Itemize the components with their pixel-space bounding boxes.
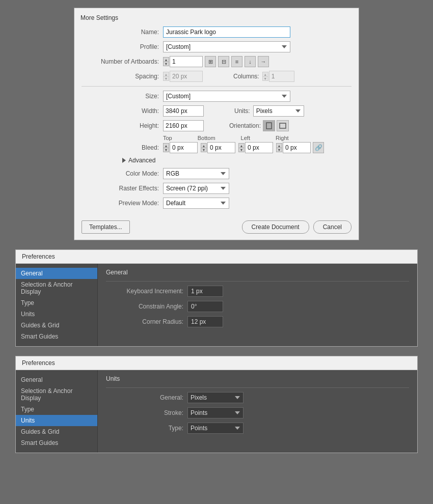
bleed-bottom-down[interactable]: ▼ bbox=[201, 148, 207, 152]
keyboard-input[interactable] bbox=[187, 286, 223, 297]
artboards-down[interactable]: ▼ bbox=[163, 62, 169, 66]
bleed-left-spinner: ▲▼ bbox=[238, 142, 273, 153]
artboards-input[interactable] bbox=[170, 56, 203, 67]
arrange-row-btn[interactable]: ⊟ bbox=[218, 56, 229, 67]
arrange-down-btn[interactable]: ↓ bbox=[245, 56, 256, 67]
raster-select[interactable]: Screen (72 ppi) bbox=[163, 183, 229, 194]
artboards-spinner: ▲ ▼ bbox=[163, 56, 203, 67]
units-select[interactable]: Pixels bbox=[253, 105, 304, 117]
general-divider bbox=[106, 281, 409, 282]
sidebar-item-units-2[interactable]: Units bbox=[16, 415, 97, 426]
landscape-btn[interactable] bbox=[277, 120, 289, 131]
divider-1 bbox=[82, 86, 351, 87]
bleed-inputs-row: Bleed: ▲▼ ▲▼ ▲▼ ▲▼ 🔗 bbox=[82, 142, 351, 153]
portrait-btn[interactable] bbox=[263, 120, 275, 131]
bleed-left-label: Left bbox=[241, 135, 250, 141]
preferences-units-body: General Selection & Anchor Display Type … bbox=[16, 370, 417, 453]
general-section-title: General bbox=[106, 269, 409, 276]
sidebar-item-selection[interactable]: Selection & Anchor Display bbox=[16, 279, 97, 297]
raster-label: Raster Effects: bbox=[82, 185, 163, 192]
sidebar-item-guides-2[interactable]: Guides & Grid bbox=[16, 426, 97, 437]
width-label: Width: bbox=[82, 107, 163, 115]
dialog-footer: Templates... Create Document Cancel bbox=[74, 217, 359, 234]
keyboard-label: Keyboard Increment: bbox=[106, 288, 187, 295]
height-label: Height: bbox=[82, 122, 163, 129]
sidebar-item-selection-2[interactable]: Selection & Anchor Display bbox=[16, 385, 97, 404]
bleed-left-up[interactable]: ▲ bbox=[238, 143, 245, 148]
bleed-bottom-input[interactable] bbox=[207, 142, 235, 153]
bleed-bottom-up[interactable]: ▲ bbox=[201, 143, 207, 148]
sidebar-item-type-1[interactable]: Type bbox=[16, 297, 97, 309]
corner-input[interactable] bbox=[187, 316, 223, 327]
columns-label: Columns: bbox=[233, 73, 259, 80]
cancel-button[interactable]: Cancel bbox=[313, 220, 351, 234]
arrange-grid-btn[interactable]: ⊞ bbox=[205, 56, 216, 67]
keyboard-row: Keyboard Increment: bbox=[106, 286, 409, 297]
color-mode-row: Color Mode: RGB bbox=[82, 168, 351, 179]
more-settings-dialog: More Settings Name: Profile: [Custom] Nu… bbox=[74, 8, 359, 240]
columns-spinner: ▲ ▼ bbox=[262, 71, 294, 82]
units-stroke-select[interactable]: Points bbox=[187, 407, 243, 418]
spacing-input[interactable] bbox=[170, 71, 203, 82]
units-type-row: Type: Points bbox=[106, 423, 409, 434]
preferences-units-panel: Preferences General Selection & Anchor D… bbox=[15, 356, 418, 453]
dialog-body: Name: Profile: [Custom] Number of Artboa… bbox=[74, 25, 359, 217]
artboards-up[interactable]: ▲ bbox=[163, 57, 169, 62]
bleed-right-up[interactable]: ▲ bbox=[276, 143, 282, 148]
columns-down[interactable]: ▼ bbox=[262, 76, 268, 81]
height-input[interactable] bbox=[163, 120, 204, 131]
profile-select[interactable]: [Custom] bbox=[163, 41, 290, 52]
bleed-header-row: Top Bottom Left Right bbox=[82, 135, 351, 141]
columns-input[interactable] bbox=[269, 71, 294, 82]
bleed-right-input[interactable] bbox=[283, 142, 311, 153]
spacing-label: Spacing: bbox=[82, 73, 163, 80]
name-input[interactable] bbox=[163, 26, 290, 38]
arrange-col-btn[interactable]: ≡ bbox=[231, 56, 242, 67]
sidebar-item-general-2[interactable]: General bbox=[16, 374, 97, 385]
artboard-controls: ⊞ ⊟ ≡ ↓ → bbox=[205, 56, 269, 67]
templates-button[interactable]: Templates... bbox=[82, 220, 130, 234]
units-type-label: Type: bbox=[106, 425, 187, 432]
dialog-title: More Settings bbox=[74, 13, 359, 25]
bleed-top-input[interactable] bbox=[170, 142, 198, 153]
units-general-select[interactable]: Pixels bbox=[187, 392, 243, 403]
sidebar-item-general-1[interactable]: General bbox=[16, 268, 97, 279]
sidebar-item-smartguides-1[interactable]: Smart Guides bbox=[16, 331, 97, 342]
corner-label: Corner Radius: bbox=[106, 318, 187, 325]
width-input[interactable] bbox=[163, 105, 204, 117]
spacing-spinner: ▲ ▼ bbox=[163, 71, 203, 82]
advanced-toggle[interactable]: Advanced bbox=[122, 157, 351, 164]
sidebar-item-guides-1[interactable]: Guides & Grid bbox=[16, 320, 97, 331]
constrain-row: Constrain Angle: bbox=[106, 301, 409, 312]
sidebar-item-smartguides-2[interactable]: Smart Guides bbox=[16, 437, 97, 449]
create-document-button[interactable]: Create Document bbox=[242, 220, 309, 234]
columns-up[interactable]: ▲ bbox=[262, 72, 268, 76]
size-select[interactable]: [Custom] bbox=[163, 91, 290, 102]
preview-select[interactable]: Default bbox=[163, 198, 229, 209]
units-section-title: Units bbox=[106, 375, 409, 382]
svg-rect-0 bbox=[266, 123, 272, 129]
columns-arrows: ▲ ▼ bbox=[262, 72, 268, 81]
bleed-left-down[interactable]: ▼ bbox=[238, 148, 245, 152]
units-type-select[interactable]: Points bbox=[187, 423, 243, 434]
artboards-label: Number of Artboards: bbox=[82, 58, 163, 65]
bleed-right-down[interactable]: ▼ bbox=[276, 148, 282, 152]
bleed-top-up[interactable]: ▲ bbox=[163, 143, 169, 148]
artboards-arrows: ▲ ▼ bbox=[163, 57, 169, 66]
preferences-units-title: Preferences bbox=[16, 356, 417, 370]
sidebar-item-units-1[interactable]: Units bbox=[16, 309, 97, 320]
width-units-row: Width: Units: Pixels bbox=[82, 105, 351, 117]
sidebar-item-type-2[interactable]: Type bbox=[16, 404, 97, 415]
arrange-right-btn[interactable]: → bbox=[258, 56, 269, 67]
spacing-up[interactable]: ▲ bbox=[163, 72, 169, 76]
constrain-input[interactable] bbox=[187, 301, 223, 312]
bleed-top-down[interactable]: ▼ bbox=[163, 148, 169, 152]
color-mode-select[interactable]: RGB bbox=[163, 168, 229, 179]
orientation-buttons bbox=[263, 120, 289, 131]
units-stroke-label: Stroke: bbox=[106, 409, 187, 416]
units-divider bbox=[106, 387, 409, 388]
bleed-right-label: Right bbox=[276, 135, 289, 141]
spacing-down[interactable]: ▼ bbox=[163, 76, 169, 81]
bleed-left-input[interactable] bbox=[245, 142, 273, 153]
bleed-lock-btn[interactable]: 🔗 bbox=[313, 142, 324, 153]
